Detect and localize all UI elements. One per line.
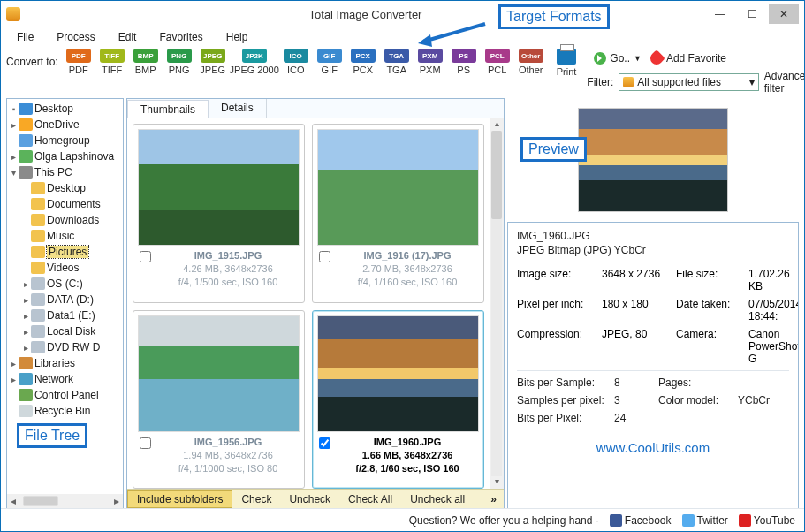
add-favorite-button[interactable]: Add Favorite (650, 52, 726, 65)
desktop-icon (19, 103, 33, 115)
tree-item[interactable]: ▸DATA (D:) (7, 292, 123, 308)
format-bmp-icon: BMP (133, 49, 158, 63)
info-grid-2: Bits per Sample:8Pages:Samples per pixel… (517, 376, 789, 424)
titlebar: Total Image Converter — ☐ ✕ (1, 1, 804, 27)
go-button[interactable]: Go..▼ (594, 52, 642, 65)
tree-item[interactable]: Homegroup (7, 133, 123, 148)
format-pdf-button[interactable]: PDFPDF (64, 49, 94, 75)
tree-item[interactable]: ▸Local Disk (7, 323, 123, 339)
menu-edit[interactable]: Edit (110, 29, 146, 45)
format-ps-button[interactable]: PSPS (449, 49, 479, 75)
check-button[interactable]: Check (232, 491, 280, 507)
tab-thumbnails[interactable]: Thumbnails (127, 100, 209, 118)
thumbnail-checkbox[interactable] (140, 437, 151, 449)
check-all-button[interactable]: Check All (339, 491, 401, 507)
folder-icon (31, 262, 45, 274)
format-pcl-icon: PCL (485, 49, 510, 63)
thumbnail-card[interactable]: IMG_1960.JPG1.66 MB, 3648x2736f/2.8, 1/6… (312, 310, 484, 490)
menu-favorites[interactable]: Favorites (150, 29, 211, 45)
menu-file[interactable]: File (8, 29, 42, 45)
tree-item[interactable]: Documents (7, 196, 123, 212)
coolutils-link[interactable]: www.CoolUtils.com (517, 440, 789, 455)
tree-item[interactable]: ▸Libraries (7, 355, 123, 371)
app-icon (6, 7, 20, 21)
thumbnails-scrollbar-v[interactable]: ▴▾ (490, 118, 504, 489)
print-button[interactable]: Print (557, 49, 577, 77)
tree-item[interactable]: Videos (7, 260, 123, 276)
thumbnail-checkbox[interactable] (319, 251, 330, 262)
thumbnail-checkbox[interactable] (319, 437, 330, 449)
maximize-button[interactable]: ☐ (737, 4, 767, 24)
tree-item[interactable]: Desktop (7, 180, 123, 196)
main: ▪ Desktop ▸OneDriveHomegroup▸Olga Lapshi… (1, 98, 804, 512)
facebook-icon (610, 514, 622, 527)
format-ico-button[interactable]: ICOICO (281, 49, 311, 75)
tree-item[interactable]: Music (7, 228, 123, 244)
format-tga-icon: TGA (384, 49, 409, 63)
tree-item[interactable]: ▸OS (C:) (7, 276, 123, 292)
thumbnail-card[interactable]: IMG_1915.JPG4.26 MB, 3648x2736f/4, 1/500… (133, 124, 305, 303)
tree-item[interactable]: ▸Network (7, 371, 123, 387)
tree-item[interactable]: ▸Olga Lapshinova (7, 148, 123, 164)
more-chevron-icon[interactable]: » (490, 493, 504, 505)
footer-question: Question? We offer you a helping hand - (409, 514, 599, 527)
format-gif-button[interactable]: GIFGIF (315, 49, 345, 75)
format-buttons: PDFPDFTIFFTIFFBMPBMPPNGPNGJPEGJPEGJP2KJP… (64, 49, 546, 75)
preview-subtype: JPEG Bitmap (JPG) YCbCr (517, 244, 789, 256)
twitter-link[interactable]: Twitter (682, 514, 728, 527)
format-tiff-button[interactable]: TIFFTIFF (97, 49, 127, 75)
chevron-down-icon: ▾ (749, 76, 755, 88)
view-tabs: Thumbnails Details (127, 99, 504, 118)
advanced-filter-link[interactable]: Advanced filter (764, 70, 805, 95)
menu-help[interactable]: Help (217, 29, 257, 45)
tree-item[interactable]: ▸DVD RW D (7, 339, 123, 355)
format-png-button[interactable]: PNGPNG (164, 49, 194, 75)
tree-item[interactable]: Control Panel (7, 387, 123, 403)
format-bmp-button[interactable]: BMPBMP (131, 49, 161, 75)
tree-item[interactable]: Downloads (7, 212, 123, 228)
format-pcx-button[interactable]: PCXPCX (348, 49, 378, 75)
format-pcl-button[interactable]: PCLPCL (482, 49, 513, 75)
thumbnail-card[interactable]: IMG_1956.JPG1.94 MB, 3648x2736f/4, 1/100… (133, 310, 305, 490)
format-pxm-icon: PXM (418, 49, 443, 63)
format-pcx-icon: PCX (351, 49, 376, 63)
bin-icon (19, 405, 33, 417)
twitter-icon (682, 514, 695, 527)
menu-process[interactable]: Process (48, 29, 103, 45)
pc-icon (19, 166, 33, 179)
youtube-icon (739, 514, 751, 527)
format-pxm-button[interactable]: PXMPXM (415, 49, 445, 75)
filter-dropdown[interactable]: All supported files ▾ (619, 73, 758, 91)
close-button[interactable]: ✕ (769, 4, 799, 24)
tree-item[interactable]: ▾This PC (7, 164, 123, 180)
thumbnail-checkbox[interactable] (140, 251, 151, 262)
include-subfolders-button[interactable]: Include subfolders (127, 490, 232, 508)
thumbnail-image (138, 315, 300, 432)
uncheck-all-button[interactable]: Uncheck all (401, 491, 474, 507)
format-tga-button[interactable]: TGATGA (382, 49, 412, 75)
tree-item[interactable]: ▸OneDrive (7, 117, 123, 133)
user-icon (19, 150, 33, 163)
youtube-link[interactable]: YouTube (739, 514, 795, 527)
group-icon (19, 134, 33, 147)
menubar: File Process Edit Favorites Help (1, 27, 804, 47)
tree-scrollbar-h[interactable]: ◂▸ (7, 494, 123, 508)
facebook-link[interactable]: Facebook (610, 514, 672, 527)
format-jpeg-button[interactable]: JPEGJPEG (198, 49, 228, 75)
drive-icon (31, 309, 45, 322)
tab-details[interactable]: Details (209, 99, 267, 118)
minimize-button[interactable]: — (705, 4, 735, 24)
format-jp2k-button[interactable]: JP2KJPEG 2000 (232, 49, 277, 75)
file-tree[interactable]: ▪ Desktop ▸OneDriveHomegroup▸Olga Lapshi… (7, 99, 123, 494)
uncheck-button[interactable]: Uncheck (280, 491, 339, 507)
tree-item[interactable]: Pictures (7, 244, 123, 260)
tree-item[interactable]: ▸Data1 (E:) (7, 308, 123, 323)
info-grid-1: Image size:3648 x 2736File size:1,702.26… (517, 268, 789, 365)
format-other-button[interactable]: OtherOther (516, 49, 546, 75)
selection-toolbar: Include subfolders Check Uncheck Check A… (127, 489, 504, 508)
printer-icon (557, 49, 576, 65)
cp-icon (19, 389, 33, 401)
tree-root[interactable]: ▪ Desktop (7, 101, 123, 117)
thumbnail-card[interactable]: IMG_1916 (17).JPG2.70 MB, 3648x2736f/4, … (312, 124, 484, 303)
tree-item[interactable]: Recycle Bin (7, 403, 123, 419)
